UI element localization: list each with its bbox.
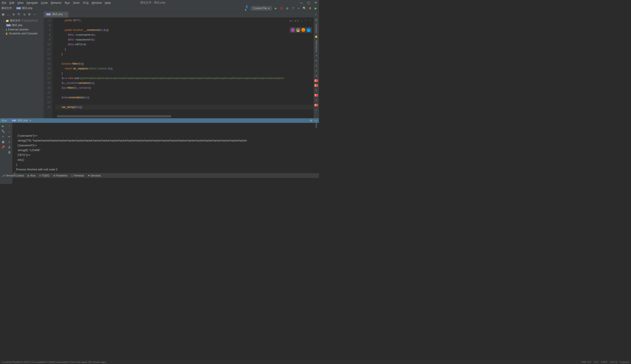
warning-indicator[interactable]: ✔ 1 xyxy=(295,19,299,22)
trash-icon[interactable]: 🗑 xyxy=(8,150,11,154)
close-tab-icon[interactable]: × xyxy=(65,13,67,16)
folder-icon: 📁 xyxy=(6,19,9,22)
library-icon: ▮ xyxy=(6,28,7,31)
run-config-label: Current File xyxy=(253,7,267,10)
project-root[interactable]: ⌄ 📁 测试文件 D:\phpstorm文 xyxy=(0,18,44,23)
ellipsis-icon[interactable]: … xyxy=(7,13,10,16)
run-tab[interactable]: PHP 测试.php × xyxy=(10,118,33,123)
user-icon[interactable]: 👤▾ xyxy=(245,6,249,10)
menu-file[interactable]: File xyxy=(2,1,6,4)
search-icon[interactable]: 🔍 xyxy=(303,6,306,10)
menu-window[interactable]: Window xyxy=(92,1,102,4)
external-libraries[interactable]: › ▮ External Libraries xyxy=(0,28,44,32)
error-indicator[interactable]: ● 1 xyxy=(289,19,293,22)
project-view-icon[interactable]: ▣ xyxy=(1,13,5,16)
maximize-button[interactable]: ▢ xyxy=(307,1,310,4)
tool-icon-4[interactable]: ↯ xyxy=(314,89,318,92)
run-config-selector[interactable]: Current File ▾ xyxy=(251,6,272,10)
php-file-icon: PHP xyxy=(16,7,21,10)
php-file-icon: PHP xyxy=(6,24,11,26)
gear-blue-icon[interactable]: ⚙ xyxy=(314,59,318,62)
tool-icon-5[interactable]: ↯ xyxy=(314,99,318,102)
menu-tools[interactable]: Tools xyxy=(73,1,80,4)
soft-wrap-icon[interactable]: ↩ xyxy=(8,135,11,138)
close-button[interactable]: ✕ xyxy=(315,1,317,4)
window-title: 测试文件 - 测试.php xyxy=(140,1,165,4)
breadcrumb-file[interactable]: 测试.php xyxy=(22,6,32,10)
up-icon[interactable]: ↑ xyxy=(8,124,11,128)
run-output[interactable]: ["username"]=> string(270) "hackerhacker… xyxy=(12,123,319,184)
menu-refactor[interactable]: Refactor xyxy=(51,1,62,4)
tool-icon-3[interactable]: ⇊ xyxy=(314,74,318,77)
editor[interactable]: 567891011121314151617181920212223 public… xyxy=(44,18,314,118)
rerun-icon[interactable]: ▶ xyxy=(1,124,5,128)
prev-highlight-icon[interactable]: ︿ xyxy=(300,19,303,22)
ide-settings-icon[interactable]: ⚙ xyxy=(308,6,312,10)
chevron-right-icon[interactable]: › xyxy=(3,32,5,35)
database-icon[interactable]: 🗄 xyxy=(314,19,318,22)
down-icon[interactable]: ↓ xyxy=(8,130,11,133)
tree-file[interactable]: PHP 测试.php xyxy=(0,23,44,28)
run-hide-icon[interactable]: — xyxy=(315,119,317,122)
notifications-icon[interactable]: 🔔 xyxy=(314,35,318,38)
menu-code[interactable]: Code xyxy=(41,1,48,4)
locate-icon[interactable]: ⊕ xyxy=(12,13,15,16)
pin-icon[interactable]: 📌 xyxy=(1,145,5,149)
editor-tab[interactable]: PHP 测试.php × xyxy=(44,12,69,18)
firefox-icon[interactable] xyxy=(301,28,305,32)
close-run-tab-icon[interactable]: × xyxy=(30,119,31,122)
run-settings-icon[interactable]: ⚙ xyxy=(310,119,312,122)
dropdown-icon: ▾ xyxy=(268,7,270,10)
add-icon[interactable]: + xyxy=(314,109,318,111)
gear-icon[interactable]: ⚙ xyxy=(28,13,31,16)
menu-vcs[interactable]: VCS xyxy=(83,1,89,4)
wrench-icon[interactable]: 🔧 xyxy=(1,130,5,133)
expand-all-icon[interactable]: ⇱ xyxy=(17,13,21,16)
horizontal-scrollbar[interactable] xyxy=(57,115,171,118)
code-area[interactable]: public $BTG; public function __construct… xyxy=(53,18,314,118)
profile-button[interactable]: ⏱ xyxy=(291,6,295,10)
edge-icon[interactable] xyxy=(307,28,311,32)
database-label[interactable]: Database xyxy=(315,24,318,33)
menu-edit[interactable]: Edit xyxy=(10,1,14,4)
run-button[interactable]: ▶ xyxy=(274,6,278,10)
t-tool-icon[interactable]: T xyxy=(315,94,318,96)
tool-icon-2[interactable]: ⎋ xyxy=(314,70,318,72)
stop-icon[interactable]: ■ xyxy=(1,135,5,138)
chrome-icon[interactable] xyxy=(296,28,300,32)
minimize-button[interactable]: — xyxy=(300,1,303,4)
scroll-end-icon[interactable]: ⤓ xyxy=(8,140,11,144)
menu-run[interactable]: Run xyxy=(65,1,70,4)
notifications-label[interactable]: Notifications xyxy=(315,40,318,52)
scratches-consoles[interactable]: › ◧ Scratches and Consoles xyxy=(0,32,44,36)
run-panel-label: Run: xyxy=(2,119,7,122)
editor-more-icon[interactable]: ⋮ xyxy=(309,19,312,22)
play-icon[interactable]: ▶ xyxy=(314,6,318,10)
debug-button[interactable]: 🐞 xyxy=(280,6,283,10)
editor-more-icon[interactable]: ⋮ xyxy=(313,13,319,16)
ai-icon[interactable]: ✦ xyxy=(314,54,318,57)
breadcrumb-root[interactable]: 测试文件 xyxy=(1,6,12,10)
toolbar: ▣ … ⊕ ⇱ ⇲ ⚙ — PHP 测试.php × ⋮ xyxy=(0,12,319,18)
next-highlight-icon[interactable]: ﹀ xyxy=(305,19,308,22)
collapse-all-icon[interactable]: ⇲ xyxy=(22,13,26,16)
chevron-right-icon[interactable]: › xyxy=(3,28,5,31)
project-sidebar: ⌄ 📁 测试文件 D:\phpstorm文 PHP 测试.php › ▮ Ext… xyxy=(0,18,44,118)
breadcrumb-separator: 〉 xyxy=(13,6,15,10)
phpstorm-icon[interactable] xyxy=(291,28,295,32)
menu-help[interactable]: Help xyxy=(105,1,111,4)
menu-view[interactable]: View xyxy=(17,1,24,4)
tool-icon-1[interactable]: ↯ xyxy=(314,64,318,67)
php-file-icon: PHP xyxy=(46,13,51,16)
hide-icon[interactable]: — xyxy=(33,13,36,16)
vcs-icon: ⎇ xyxy=(2,174,5,177)
stop-button[interactable]: ■ xyxy=(297,6,300,10)
layout-icon[interactable]: ▦ xyxy=(1,140,5,144)
c-tool-icon-3[interactable]: C xyxy=(315,104,318,106)
c-tool-icon[interactable]: C xyxy=(315,79,318,82)
chevron-down-icon[interactable]: ⌄ xyxy=(3,19,5,22)
coverage-button[interactable]: ◐ xyxy=(286,6,289,10)
print-icon[interactable]: 🖨 xyxy=(8,145,11,149)
c-tool-icon-2[interactable]: C xyxy=(315,84,318,87)
menu-navigate[interactable]: Navigate xyxy=(27,1,38,4)
